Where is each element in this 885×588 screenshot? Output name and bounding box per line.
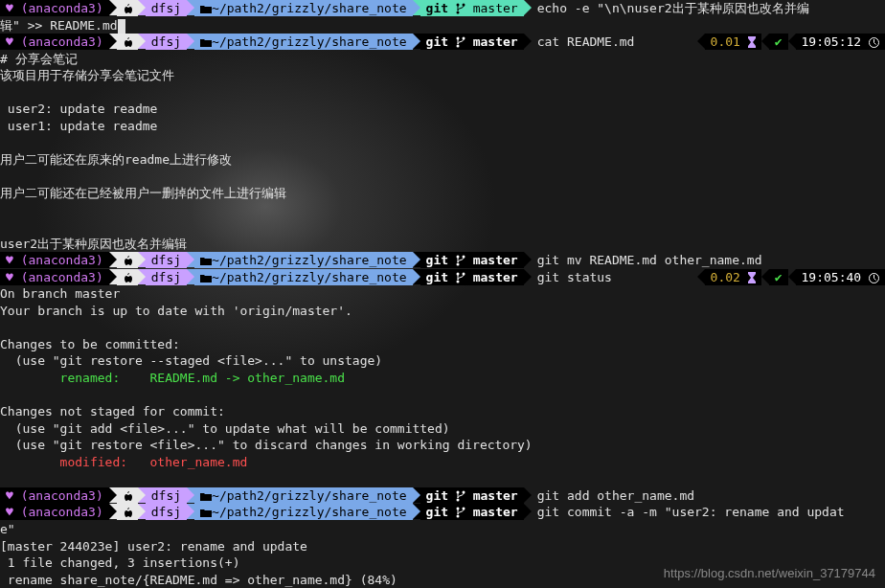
command-wrap-6: e"	[0, 521, 885, 538]
output-line: # 分享会笔记	[0, 51, 885, 68]
output-line: (use "git restore --staged <file>..." to…	[0, 352, 885, 370]
output-line: Changes to be committed:	[0, 336, 885, 353]
apple-segment	[117, 0, 138, 16]
check-icon: ✔	[775, 34, 783, 49]
git-segment: git master	[420, 0, 524, 16]
branch-icon	[456, 3, 465, 14]
watermark-text: https://blog.csdn.net/weixin_37179744	[664, 565, 875, 582]
command-text[interactable]: git status	[532, 269, 612, 286]
clock-icon	[869, 37, 879, 48]
cursor-icon	[118, 19, 125, 34]
prompt-row-4: ♥ (anaconda3) dfsj ~/path2/grizzly/share…	[0, 269, 885, 286]
output-line-staged: renamed: README.md -> other_name.md	[0, 370, 885, 387]
command-text[interactable]: git add other_name.md	[532, 487, 694, 505]
exec-time-segment: 0.01	[705, 34, 761, 50]
output-line: On branch master	[0, 285, 885, 303]
clock-segment: 19:05:12	[796, 34, 885, 50]
svg-point-2	[456, 11, 459, 14]
output-line: 该项目用于存储分享会笔记文件	[0, 67, 885, 84]
prompt-row-6: ♥ (anaconda3) dfsj ~/path2/grizzly/share…	[0, 504, 885, 521]
prompt-row-1: ♥ (anaconda3) dfsj ~/path2/grizzly/share…	[0, 0, 885, 17]
folder-icon	[200, 5, 212, 14]
svg-point-19	[456, 515, 459, 518]
output-line: Changes not staged for commit:	[0, 403, 885, 420]
command-wrap-1: 辑" >> README.md	[0, 17, 885, 34]
output-line: 用户二可能还在原来的readme上进行修改	[0, 151, 885, 169]
output-line: (use "git add <file>..." to update what …	[0, 420, 885, 438]
apple-icon	[123, 3, 132, 14]
status-ok-segment: ✔	[769, 34, 788, 50]
heart-icon: ♥	[6, 34, 13, 49]
output-line: user1: update readme	[0, 118, 885, 135]
apple-logo-icon: ♥	[6, 1, 13, 15]
env-segment: ♥ (anaconda3)	[0, 0, 109, 16]
command-text[interactable]: echo -e "\n\nuser2出于某种原因也改名并编	[532, 0, 809, 17]
output-line: [master 244023e] user2: rename and updat…	[0, 538, 885, 555]
svg-point-12	[456, 280, 459, 283]
output-line: Your branch is up to date with 'origin/m…	[0, 303, 885, 320]
output-line: user2: update readme	[0, 101, 885, 118]
user-segment: dfsj	[146, 0, 187, 16]
path-segment: ~/path2/grizzly/share_note	[194, 0, 413, 16]
output-line: (use "git restore <file>..." to discard …	[0, 437, 885, 454]
command-text[interactable]: git mv README.md other_name.md	[532, 252, 762, 269]
svg-point-16	[456, 498, 459, 501]
command-text[interactable]: cat README.md	[532, 34, 635, 51]
prompt-row-3: ♥ (anaconda3) dfsj ~/path2/grizzly/share…	[0, 252, 885, 269]
output-line-unstaged: modified: other_name.md	[0, 454, 885, 471]
svg-point-5	[456, 45, 459, 48]
prompt-row-5: ♥ (anaconda3) dfsj ~/path2/grizzly/share…	[0, 487, 885, 505]
prompt-row-2: ♥ (anaconda3) dfsj ~/path2/grizzly/share…	[0, 34, 885, 51]
hourglass-icon	[748, 36, 756, 48]
svg-point-9	[456, 263, 459, 266]
output-line: user2出于某种原因也改名并编辑	[0, 236, 885, 253]
output-line: 用户二可能还在已经被用户一删掉的文件上进行编辑	[0, 185, 885, 202]
command-text[interactable]: git commit -a -m "user2: rename and upda…	[532, 504, 845, 521]
